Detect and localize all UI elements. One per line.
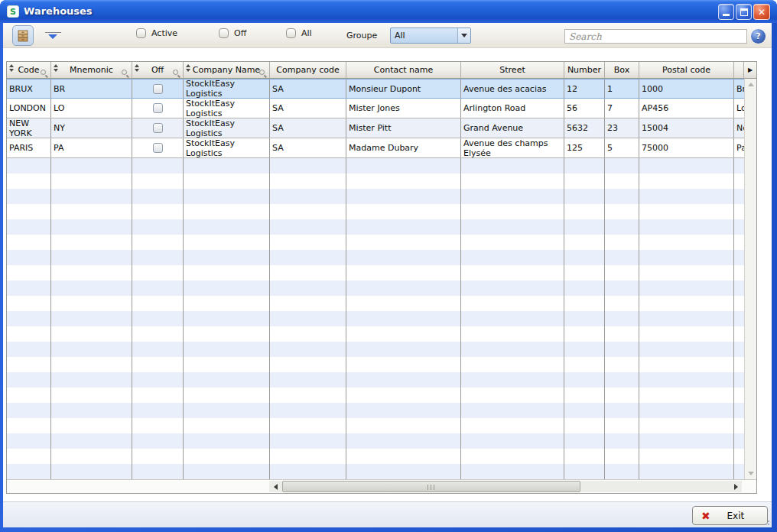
filter-magnifier-icon[interactable] (259, 70, 267, 77)
toolbar-dropdown-button[interactable] (44, 30, 63, 42)
horizontal-scrollbar-row (7, 479, 756, 493)
app-icon: S (7, 5, 19, 18)
search-input[interactable] (564, 29, 747, 44)
horizontal-scrollbar-thumb[interactable] (282, 481, 580, 492)
off-checkbox[interactable] (153, 103, 163, 113)
cell-street: Arlington Road (461, 99, 564, 118)
cell-number: 5632 (564, 118, 605, 138)
scroll-up-icon[interactable] (748, 83, 754, 86)
window-title: Warehouses (24, 0, 93, 23)
cell-company-name: StockItEasy Logistics (184, 138, 270, 157)
cell-code: NEW YORK (7, 118, 51, 138)
exit-button-label: Exit (710, 511, 767, 521)
column-header-company-code[interactable]: Company code (270, 62, 346, 79)
cell-contact-name: Monsieur Dupont (346, 79, 461, 98)
titlebar[interactable]: S Warehouses ✕ (0, 0, 777, 23)
column-header-box[interactable]: Box (605, 62, 639, 79)
minimize-icon (723, 14, 730, 16)
column-label: Street (499, 65, 525, 75)
warehouse-crates-icon (16, 29, 30, 43)
cell-city-clipped: Lo (734, 99, 744, 118)
client-area: Active Off All Groupe All ? (3, 23, 772, 527)
help-button[interactable]: ? (751, 29, 766, 44)
vertical-scrollbar[interactable] (744, 79, 756, 479)
close-button[interactable]: ✕ (753, 4, 770, 20)
off-checkbox[interactable] (153, 123, 163, 133)
help-icon: ? (756, 31, 760, 41)
scroll-down-icon[interactable] (748, 472, 754, 475)
filter-magnifier-icon[interactable] (173, 70, 180, 77)
toolbar: Active Off All Groupe All ? (3, 23, 772, 48)
cell-code: LONDON (7, 99, 51, 118)
table-header-row: Code Mnemonic Off Company Name (7, 62, 756, 79)
chevron-down-icon (48, 34, 57, 39)
close-icon: ✕ (754, 5, 769, 19)
warehouse-button[interactable] (12, 25, 34, 46)
cell-postal-code: 15004 (639, 118, 734, 138)
table-body: BRUX BR StockItEasy Logistics SA Monsieu… (7, 79, 756, 479)
radio-off[interactable]: Off (219, 28, 246, 38)
cell-contact-name: Madame Dubary (346, 138, 461, 157)
column-header-number[interactable]: Number (564, 62, 605, 79)
table-row-paris[interactable]: PARIS PA StockItEasy Logistics SA Madame… (7, 138, 744, 158)
scroll-right-icon[interactable] (730, 481, 742, 492)
table-row-new-york[interactable]: NEW YORK NY StockItEasy Logistics SA Mis… (7, 118, 744, 138)
maximize-button[interactable] (736, 4, 752, 20)
cell-number: 125 (564, 138, 605, 157)
resize-grip[interactable] (762, 517, 769, 525)
filter-magnifier-icon[interactable] (122, 70, 129, 77)
cell-contact-name: Mister Pitt (346, 118, 461, 138)
horizontal-scrollbar[interactable] (269, 481, 742, 492)
group-select[interactable]: All (390, 28, 471, 44)
radio-button-icon[interactable] (286, 28, 296, 38)
off-checkbox[interactable] (153, 143, 163, 153)
sort-icon[interactable] (186, 64, 191, 72)
table-row-brux[interactable]: BRUX BR StockItEasy Logistics SA Monsieu… (7, 79, 744, 99)
cell-street: Grand Avenue (461, 118, 564, 138)
cell-city-clipped: Ne (734, 118, 744, 138)
cell-company-code: SA (270, 99, 346, 118)
minimize-button[interactable] (718, 4, 734, 20)
radio-button-icon[interactable] (219, 28, 229, 38)
column-header-city-clipped[interactable] (734, 62, 744, 79)
column-header-contact-name[interactable]: Contact name (346, 62, 461, 79)
column-header-mnemonic[interactable]: Mnemonic (51, 62, 132, 79)
sort-icon[interactable] (9, 64, 15, 72)
group-select-arrow-button[interactable] (457, 28, 470, 43)
column-header-street[interactable]: Street (461, 62, 564, 79)
column-header-code[interactable]: Code (7, 62, 51, 79)
cell-city-clipped: Br (734, 79, 744, 98)
exit-button[interactable]: ✖ Exit (692, 506, 768, 525)
radio-button-icon[interactable] (136, 28, 146, 38)
column-label: Box (614, 65, 629, 75)
cell-company-name: StockItEasy Logistics (184, 118, 270, 138)
filter-magnifier-icon[interactable] (41, 70, 48, 77)
scroll-left-icon[interactable] (269, 481, 281, 492)
radio-all[interactable]: All (286, 28, 312, 38)
radio-active[interactable]: Active (136, 28, 177, 38)
cell-street: Avenue des acacias (461, 79, 564, 98)
cell-mnemonic: NY (51, 118, 132, 138)
cell-box: 5 (605, 138, 639, 157)
cell-number: 56 (564, 99, 605, 118)
sort-icon[interactable] (54, 64, 59, 72)
cell-company-code: SA (270, 138, 346, 157)
cell-city-clipped: Pa (734, 138, 744, 157)
cell-number: 12 (564, 79, 605, 98)
off-checkbox[interactable] (153, 84, 163, 94)
column-header-off[interactable]: Off (132, 62, 184, 79)
table-row-london[interactable]: LONDON LO StockItEasy Logistics SA Miste… (7, 99, 744, 118)
cell-off (132, 99, 184, 118)
column-header-company-name[interactable]: Company Name (184, 62, 270, 79)
column-label: Number (567, 65, 601, 75)
column-chooser-button[interactable]: ▶ (744, 62, 756, 79)
sort-icon[interactable] (135, 64, 140, 72)
cell-box: 23 (605, 118, 639, 138)
chevron-down-icon (461, 34, 467, 37)
cell-postal-code: AP456 (639, 99, 734, 118)
cell-box: 1 (605, 79, 639, 98)
exit-x-icon: ✖ (701, 511, 710, 521)
dropdown-line (45, 32, 61, 33)
column-header-postal-code[interactable]: Postal code (639, 62, 734, 79)
column-label: Contact name (374, 65, 434, 75)
